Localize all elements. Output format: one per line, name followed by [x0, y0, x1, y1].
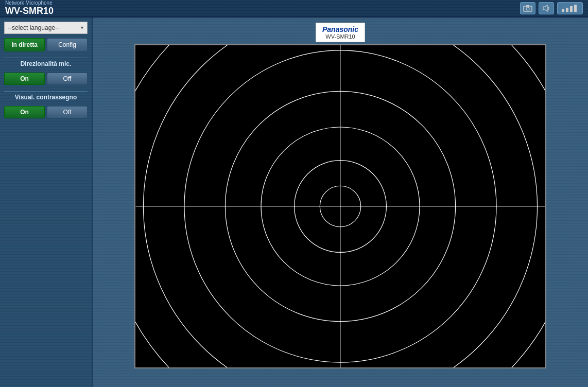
panasonic-label: Panasonic WV-SMR10: [316, 23, 365, 42]
radar-display: [134, 44, 546, 368]
header-left: Network Microphone WV-SMR10: [5, 0, 54, 16]
visual-on-button[interactable]: On: [4, 106, 45, 118]
mic-directionality-label: Direzionalità mic.: [4, 58, 88, 68]
svg-rect-5: [566, 8, 568, 12]
svg-rect-6: [570, 6, 573, 12]
header: Network Microphone WV-SMR10: [0, 0, 588, 17]
language-select[interactable]: --select language--: [4, 22, 88, 34]
svg-point-1: [526, 7, 529, 10]
main-layout: --select language-- In diretta Config Di…: [0, 17, 588, 387]
svg-rect-2: [526, 5, 529, 7]
config-button[interactable]: Config: [47, 38, 88, 51]
signal-icon-button[interactable]: [557, 2, 583, 14]
content-area: Panasonic WV-SMR10: [93, 17, 588, 387]
visual-onoff-buttons: On Off: [4, 106, 88, 118]
visual-off-button[interactable]: Off: [47, 106, 88, 118]
visual-contrassegno-label: Visual. contrassegno: [4, 91, 88, 102]
camera-icon: [523, 5, 532, 12]
header-subtitle: Network Microphone: [5, 0, 54, 6]
in-diretta-button[interactable]: In diretta: [4, 38, 45, 51]
speaker-icon: [542, 4, 550, 12]
mic-onoff-buttons: On Off: [4, 73, 88, 85]
header-icons: [520, 2, 583, 14]
svg-rect-7: [574, 5, 577, 12]
sidebar: --select language-- In diretta Config Di…: [0, 17, 93, 387]
svg-rect-4: [562, 9, 564, 12]
speaker-icon-button[interactable]: [539, 2, 554, 14]
panasonic-model: WV-SMR10: [322, 33, 358, 40]
signal-icon: [561, 4, 579, 12]
language-select-wrapper[interactable]: --select language--: [4, 22, 88, 34]
mic-on-button[interactable]: On: [4, 73, 45, 85]
mic-off-button[interactable]: Off: [47, 73, 88, 85]
radar-svg: [135, 45, 545, 367]
svg-marker-3: [543, 5, 547, 11]
camera-icon-button[interactable]: [520, 2, 535, 14]
panasonic-brand: Panasonic: [322, 25, 358, 33]
nav-buttons: In diretta Config: [4, 38, 88, 51]
header-title: WV-SMR10: [5, 6, 54, 16]
